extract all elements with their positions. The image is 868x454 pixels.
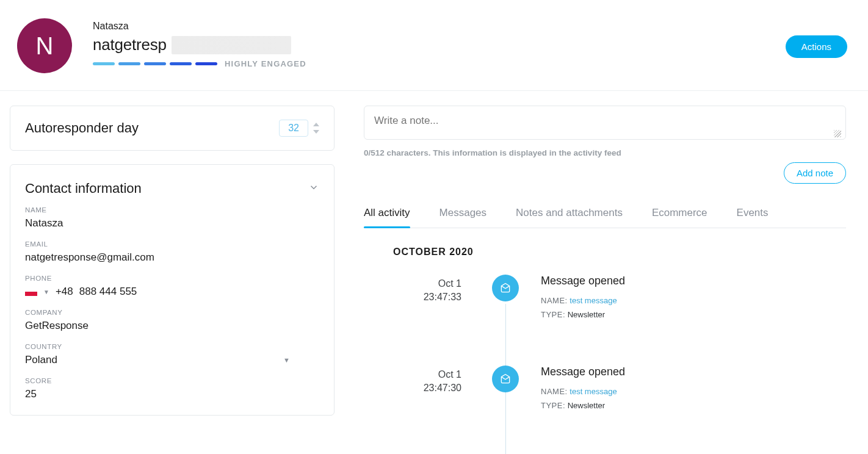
event-type-label: TYPE: xyxy=(541,310,565,319)
event-type-label: TYPE: xyxy=(541,401,565,410)
email-label: EMAIL xyxy=(25,240,319,248)
score-value[interactable]: 25 xyxy=(25,388,319,400)
stepper-up-icon[interactable] xyxy=(313,123,319,126)
event-timestamp: Oct 1 23:47:33 xyxy=(388,277,461,303)
contact-info-card: Contact information NAME Natasza EMAIL n… xyxy=(10,164,335,416)
tab-ecommerce[interactable]: Ecommerce xyxy=(652,203,707,228)
event-name-link[interactable]: test message xyxy=(570,387,617,396)
autoresponder-stepper[interactable]: 32 xyxy=(279,120,319,137)
stepper-down-icon[interactable] xyxy=(313,130,319,134)
phone-number[interactable]: 888 444 555 xyxy=(79,286,137,298)
email-value[interactable]: natgetresponse@gmail.com xyxy=(25,251,319,264)
autoresponder-card: Autoresponder day 32 xyxy=(10,106,335,151)
header-info: Natasza natgetresp HIGHLY ENGAGED xyxy=(93,18,856,68)
right-column: 0/512 characters. This information is di… xyxy=(364,106,858,454)
event-title: Message opened xyxy=(541,366,625,378)
mail-open-icon xyxy=(492,366,519,392)
avatar: N xyxy=(17,18,72,73)
actions-button[interactable]: Actions xyxy=(786,35,847,58)
timeline: OCTOBER 2020 Oct 1 23:47:33 Message open… xyxy=(364,228,846,415)
event-name-link[interactable]: test message xyxy=(570,296,617,305)
resize-handle-icon[interactable] xyxy=(834,130,841,137)
phone-row[interactable]: ▼ +48 888 444 555 xyxy=(25,286,319,298)
tab-notes[interactable]: Notes and attachments xyxy=(516,203,623,228)
name-value[interactable]: Natasza xyxy=(25,217,319,229)
header-email: natgetresp xyxy=(93,35,167,54)
autoresponder-value[interactable]: 32 xyxy=(279,120,308,137)
phone-label: PHONE xyxy=(25,275,319,282)
event-date: Oct 1 xyxy=(388,368,461,381)
event-type-value: Newsletter xyxy=(568,310,605,319)
tab-messages[interactable]: Messages xyxy=(439,203,486,228)
country-value: Poland xyxy=(25,354,57,366)
add-note-button[interactable]: Add note xyxy=(784,162,846,184)
left-column: Autoresponder day 32 Contact information xyxy=(10,106,335,429)
timeline-month: OCTOBER 2020 xyxy=(393,247,846,258)
autoresponder-label: Autoresponder day xyxy=(25,120,139,136)
note-counter: 0/512 characters. This information is di… xyxy=(364,148,846,157)
event-time: 23:47:30 xyxy=(388,381,461,395)
phone-prefix: +48 xyxy=(56,286,73,298)
flag-dropdown-icon[interactable]: ▼ xyxy=(43,289,49,295)
name-label: NAME xyxy=(25,206,319,214)
country-label: COUNTRY xyxy=(25,343,319,350)
company-value[interactable]: GetResponse xyxy=(25,320,319,332)
activity-tabs: All activity Messages Notes and attachme… xyxy=(364,203,846,228)
mail-open-icon xyxy=(492,275,519,301)
note-input[interactable] xyxy=(364,106,846,140)
event-date: Oct 1 xyxy=(388,277,461,290)
event-title: Message opened xyxy=(541,275,625,287)
redacted-block xyxy=(172,36,291,54)
engagement-bars xyxy=(93,62,217,65)
event-name-label: NAME: xyxy=(541,296,568,305)
timeline-event: Oct 1 23:47:30 Message opened NAME: test… xyxy=(479,366,846,415)
event-type-value: Newsletter xyxy=(568,401,605,410)
tab-events[interactable]: Events xyxy=(737,203,769,228)
event-time: 23:47:33 xyxy=(388,290,461,304)
country-select[interactable]: Poland ▼ xyxy=(25,354,319,366)
score-label: SCORE xyxy=(25,377,319,384)
timeline-event: Oct 1 23:47:33 Message opened NAME: test… xyxy=(479,275,846,324)
dropdown-caret-icon[interactable]: ▼ xyxy=(283,356,290,364)
tab-all-activity[interactable]: All activity xyxy=(364,203,410,228)
contact-section-title: Contact information xyxy=(25,181,142,196)
chevron-down-icon[interactable] xyxy=(308,182,319,195)
engagement-label: HIGHLY ENGAGED xyxy=(225,59,306,68)
flag-poland-icon[interactable] xyxy=(25,287,37,296)
header-name: Natasza xyxy=(93,21,856,32)
contact-header: N Natasza natgetresp HIGHLY ENGAGED Acti… xyxy=(0,0,868,91)
company-label: COMPANY xyxy=(25,309,319,316)
event-timestamp: Oct 1 23:47:30 xyxy=(388,368,461,394)
event-name-label: NAME: xyxy=(541,387,568,396)
main-area: Autoresponder day 32 Contact information xyxy=(0,91,868,454)
